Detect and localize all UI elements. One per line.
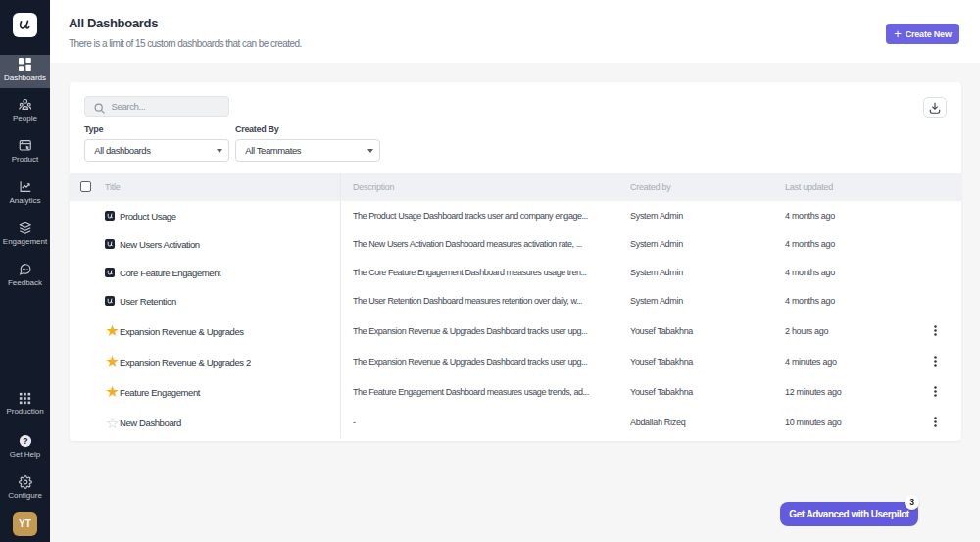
svg-text:?: ? xyxy=(23,436,27,446)
